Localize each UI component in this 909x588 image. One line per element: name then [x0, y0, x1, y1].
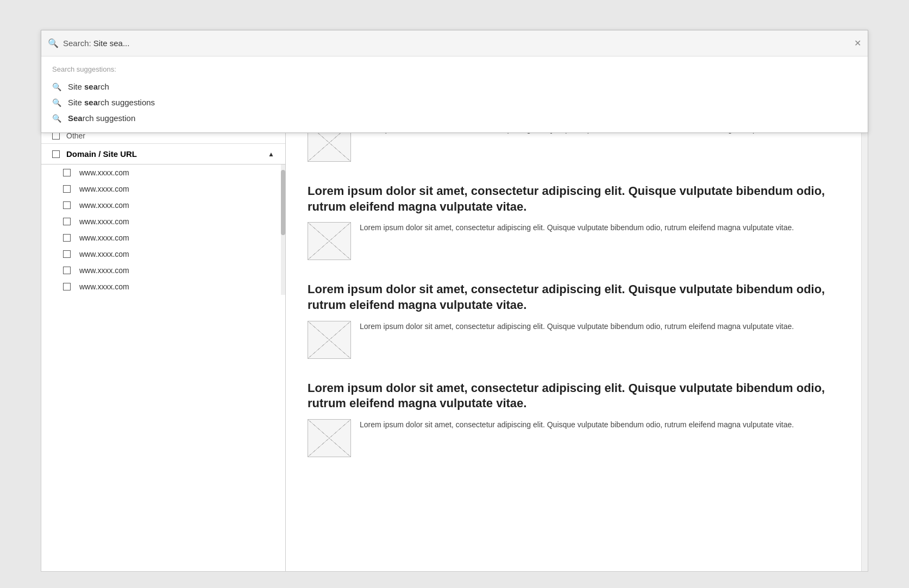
article-text-4: Lorem ipsum dolor sit amet, consectetur …	[360, 419, 794, 431]
article-block-4: Lorem ipsum dolor sit amet, consectetur …	[308, 381, 846, 457]
image-placeholder-4	[308, 419, 351, 457]
article-block-2: Lorem ipsum dolor sit amet, consectetur …	[308, 184, 846, 260]
suggestion-search-icon-2: 🔍	[52, 98, 61, 107]
article-text-3: Lorem ipsum dolor sit amet, consectetur …	[360, 321, 794, 332]
list-item[interactable]: www.xxxx.com	[41, 213, 285, 230]
suggestion-suffix-1: rch	[98, 82, 109, 91]
search-dropdown: Search suggestions: 🔍 Site search 🔍 Site…	[41, 56, 868, 132]
list-item[interactable]: www.xxxx.com	[41, 279, 285, 295]
domain-list-wrapper: www.xxxx.com www.xxxx.com www.xxxx.com w…	[41, 165, 285, 295]
domain-checkbox-6[interactable]	[63, 250, 71, 258]
domain-header: Domain / Site URL ▲	[41, 144, 285, 165]
search-overlay: 🔍 Search: Site sea... ✕ Search suggestio…	[41, 30, 868, 133]
domain-url-7: www.xxxx.com	[79, 266, 129, 275]
suggestion-search-icon-1: 🔍	[52, 83, 61, 91]
domain-checkbox-1[interactable]	[63, 169, 71, 176]
suggestion-highlight-1: sea	[84, 82, 98, 91]
suggestion-search-icon-3: 🔍	[52, 114, 61, 123]
domain-header-title: Domain / Site URL	[66, 149, 268, 159]
scrollbar-track[interactable]	[281, 165, 285, 295]
suggestion-prefix-2: Site	[68, 98, 84, 107]
article-title-3: Lorem ipsum dolor sit amet, consectetur …	[308, 282, 846, 313]
suggestion-text-3: Search suggestion	[68, 113, 135, 123]
article-media-2: Lorem ipsum dolor sit amet, consectetur …	[308, 222, 846, 260]
domain-url-8: www.xxxx.com	[79, 282, 129, 291]
domain-checkbox-5[interactable]	[63, 234, 71, 242]
domain-url-4: www.xxxx.com	[79, 217, 129, 226]
article-title-4: Lorem ipsum dolor sit amet, consectetur …	[308, 381, 846, 412]
search-bar[interactable]: 🔍 Search: Site sea... ✕	[41, 30, 868, 56]
image-placeholder-2	[308, 222, 351, 260]
domain-url-1: www.xxxx.com	[79, 168, 129, 177]
sort-arrow-icon[interactable]: ▲	[268, 150, 274, 158]
article-text-2: Lorem ipsum dolor sit amet, consectetur …	[360, 222, 794, 233]
suggestion-suffix-3: rch suggestion	[83, 113, 136, 123]
suggestion-prefix-1: Site	[68, 82, 84, 91]
domain-url-5: www.xxxx.com	[79, 233, 129, 242]
suggestion-item-1[interactable]: 🔍 Site search	[41, 79, 868, 94]
suggestions-label: Search suggestions:	[41, 63, 868, 79]
suggestion-item-3[interactable]: 🔍 Search suggestion	[41, 110, 868, 126]
article-block-3: Lorem ipsum dolor sit amet, consectetur …	[308, 282, 846, 358]
suggestion-item-2[interactable]: 🔍 Site search suggestions	[41, 94, 868, 110]
article-media-3: Lorem ipsum dolor sit amet, consectetur …	[308, 321, 846, 359]
domain-checkbox-8[interactable]	[63, 283, 71, 290]
domain-checkbox-7[interactable]	[63, 267, 71, 274]
suggestion-highlight-2: sea	[84, 98, 98, 107]
image-placeholder-3	[308, 321, 351, 359]
domain-list: www.xxxx.com www.xxxx.com www.xxxx.com w…	[41, 165, 285, 295]
domain-url-2: www.xxxx.com	[79, 185, 129, 193]
list-item[interactable]: www.xxxx.com	[41, 197, 285, 213]
list-item[interactable]: www.xxxx.com	[41, 165, 285, 181]
list-item[interactable]: www.xxxx.com	[41, 246, 285, 262]
suggestion-text-1: Site search	[68, 82, 109, 91]
suggestion-text-2: Site search suggestions	[68, 98, 155, 107]
article-title-2: Lorem ipsum dolor sit amet, consectetur …	[308, 184, 846, 214]
search-value: Site sea...	[93, 39, 854, 48]
domain-url-6: www.xxxx.com	[79, 250, 129, 258]
suggestion-suffix-2: rch suggestions	[98, 98, 155, 107]
suggestion-highlight-3: Sea	[68, 113, 83, 123]
close-button[interactable]: ✕	[854, 38, 861, 48]
domain-header-checkbox[interactable]	[52, 150, 60, 158]
domain-url-3: www.xxxx.com	[79, 201, 129, 210]
search-icon-main: 🔍	[48, 38, 59, 48]
list-item[interactable]: www.xxxx.com	[41, 181, 285, 197]
list-item[interactable]: www.xxxx.com	[41, 262, 285, 279]
list-item[interactable]: www.xxxx.com	[41, 230, 285, 246]
domain-checkbox-2[interactable]	[63, 185, 71, 193]
other-checkbox[interactable]	[52, 132, 60, 140]
scrollbar-thumb[interactable]	[281, 170, 285, 235]
domain-checkbox-4[interactable]	[63, 218, 71, 225]
article-media-4: Lorem ipsum dolor sit amet, consectetur …	[308, 419, 846, 457]
search-label: Search:	[63, 39, 91, 48]
domain-checkbox-3[interactable]	[63, 201, 71, 209]
